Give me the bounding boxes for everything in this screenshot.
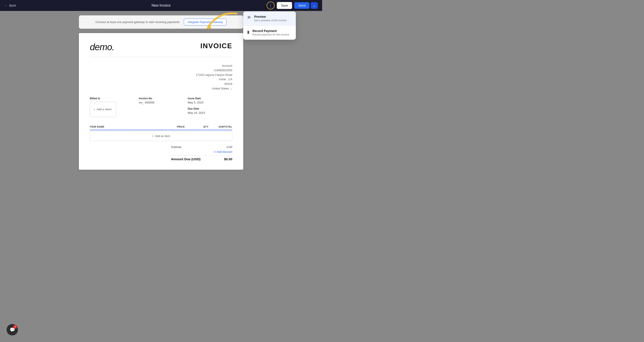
send-label: Send <box>298 4 306 7</box>
preview-menu-item[interactable]: 👁 Preview Get a preview of the invoice <box>243 12 296 26</box>
account-address1: 17100 Laguna Canyon Road <box>90 73 232 77</box>
record-payment-description: Record payment for this invoice <box>252 33 289 36</box>
invoice-paper: demo. INVOICE Account +19495552555 17100… <box>79 33 243 170</box>
back-arrow-icon: ← <box>4 4 8 7</box>
amount-due-value: $0.00 <box>224 157 232 161</box>
invoice-no-section: Invoice No inv_ 000008 <box>139 97 183 117</box>
top-nav: ← Back New Invoice ⋮ Save Send ⌄ <box>0 0 322 11</box>
add-discount-label: Add discount <box>217 150 232 153</box>
amount-due-label: Amount Due (USD) <box>171 157 200 161</box>
payment-banner: Connect at least one payment gateway to … <box>79 15 243 29</box>
back-button[interactable]: ← Back <box>4 4 16 7</box>
send-button[interactable]: Send <box>294 2 310 9</box>
chevron-down-icon: ⌄ <box>230 87 232 90</box>
tag-icon: 🏷 <box>214 150 216 153</box>
account-zip: 92618 <box>90 82 232 86</box>
add-item-label: Add an item <box>155 134 170 138</box>
eye-icon: 👁 <box>247 15 251 20</box>
subtotal-label: Subtotal <box>171 145 182 149</box>
invoice-title: INVOICE <box>200 42 232 50</box>
integrate-button[interactable]: Integrate Payment Gateway <box>184 19 226 26</box>
billed-to-section: Billed to + Add a client <box>90 97 134 117</box>
nav-actions: ⋮ Save Send ⌄ <box>267 2 318 10</box>
due-date-value: May 19, 2023 <box>188 111 232 114</box>
invoice-meta: Billed to + Add a client Invoice No inv_… <box>90 97 232 117</box>
due-date-label: Due Date <box>188 107 232 110</box>
invoice-no-value: inv_ 000008 <box>139 101 183 104</box>
preview-title: Preview <box>254 15 286 19</box>
company-logo: demo. <box>90 42 114 52</box>
subtotal-value: 0.00 <box>227 145 232 149</box>
page-title: New Invoice <box>152 4 170 8</box>
plus-icon: + <box>94 108 95 111</box>
invoice-no-label: Invoice No <box>139 97 183 100</box>
subtotal-row: Subtotal 0.00 <box>171 145 232 149</box>
account-label: Account <box>90 64 232 68</box>
account-phone: +19495552555 <box>90 68 232 73</box>
dropdown-menu: 👁 Preview Get a preview of the invoice ▮… <box>243 12 296 40</box>
items-table: ITEM NAME PRICE QTY SUBTOTAL + Add an it… <box>90 124 232 141</box>
banner-text: Connect at least one payment gateway to … <box>96 20 180 24</box>
issue-date-label: Issue Date <box>188 97 232 100</box>
col-price: PRICE <box>161 125 185 128</box>
add-client-button[interactable]: + Add a client <box>90 102 116 117</box>
send-dropdown-button[interactable]: ⌄ <box>311 2 318 9</box>
country-select[interactable]: United States ⌄ <box>212 87 232 90</box>
back-label: Back <box>9 4 16 7</box>
save-button[interactable]: Save <box>277 2 292 9</box>
amount-due-row: Amount Due (USD) $0.00 <box>171 155 232 161</box>
col-item-name: ITEM NAME <box>90 125 161 128</box>
invoice-totals: Subtotal 0.00 🏷 Add discount Amount Due … <box>90 145 232 161</box>
plus-icon-item: + <box>152 134 154 138</box>
record-payment-menu-item[interactable]: ▮ Record Payment Record payment for this… <box>243 26 296 40</box>
add-client-label: Add a client <box>97 108 112 111</box>
preview-description: Get a preview of the invoice <box>254 19 286 22</box>
dates-section: Issue Date May 5, 2023 Due Date May 19, … <box>188 97 232 117</box>
issue-date-value: May 5, 2023 <box>188 101 232 104</box>
country-value: United States <box>212 87 229 90</box>
billed-to-label: Billed to <box>90 97 134 100</box>
record-payment-title: Record Payment <box>252 29 289 33</box>
add-discount-button[interactable]: 🏷 Add discount <box>214 150 232 153</box>
col-subtotal: SUBTOTAL <box>208 125 232 128</box>
account-info: Account +19495552555 17100 Laguna Canyon… <box>90 64 232 90</box>
account-city: Irvine , CA <box>90 77 232 82</box>
invoice-header: demo. INVOICE <box>90 42 232 57</box>
add-item-button[interactable]: + Add an item <box>90 131 232 141</box>
more-options-button[interactable]: ⋮ <box>267 2 274 10</box>
payment-icon: ▮ <box>247 30 249 35</box>
col-qty: QTY <box>185 125 208 128</box>
items-table-header: ITEM NAME PRICE QTY SUBTOTAL <box>90 124 232 130</box>
